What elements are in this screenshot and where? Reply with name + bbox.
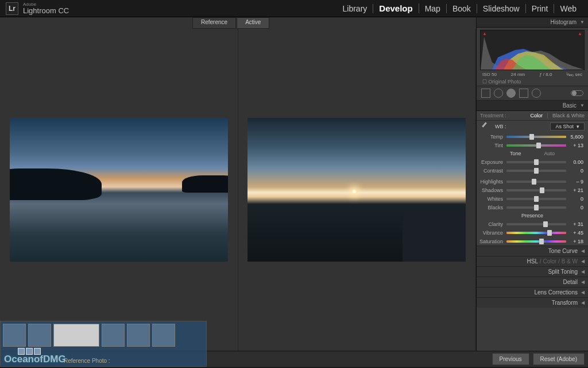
saturation-label: Saturation	[479, 239, 506, 244]
histogram-header[interactable]: Histogram▼	[477, 17, 588, 28]
watermark: OceanofDMG	[4, 354, 66, 365]
module-slideshow[interactable]: Slideshow	[477, 4, 526, 13]
tint-value[interactable]: + 13	[566, 143, 583, 148]
reference-photo-label: Reference Photo :	[64, 358, 110, 364]
module-book[interactable]: Book	[447, 4, 477, 13]
saturation-slider[interactable]	[506, 240, 566, 243]
filmstrip-overlay: Reference Photo : OceanofDMG	[0, 321, 207, 367]
whites-value[interactable]: 0	[566, 196, 583, 202]
clarity-value[interactable]: + 31	[566, 221, 583, 227]
treatment-bw[interactable]: Black & White	[547, 113, 585, 118]
highlights-label: Highlights	[479, 179, 506, 185]
previous-button[interactable]: Previous	[492, 353, 529, 365]
original-photo-toggle[interactable]: Original Photo	[477, 78, 588, 86]
module-print[interactable]: Print	[526, 4, 555, 13]
exposure-label: Exposure	[479, 159, 506, 165]
gradient-tool-icon[interactable]	[519, 89, 528, 98]
saturation-value[interactable]: + 18	[566, 239, 583, 244]
temp-label: Temp	[479, 134, 506, 140]
chevron-left-icon: ◀	[581, 248, 585, 254]
blacks-label: Blacks	[479, 205, 506, 210]
temp-value[interactable]: 5,600	[566, 134, 583, 140]
bottom-bar: Reference Photo : OceanofDMG Previous Re…	[0, 351, 588, 367]
temp-slider[interactable]	[506, 136, 566, 138]
presence-label: Presence	[521, 213, 543, 218]
tone-curve-header[interactable]: Tone Curve◀	[477, 246, 588, 256]
reference-view[interactable]	[0, 29, 238, 351]
hsl-header[interactable]: HSL / Color / B & W◀	[477, 256, 588, 266]
vibrance-slider[interactable]	[506, 232, 566, 234]
center-viewer: Reference Active	[0, 17, 476, 351]
filmstrip-thumb[interactable]	[53, 324, 99, 347]
right-panel: Histogram▼ ISO 50 24 mm ƒ / 8.0 ¹⁄₁₂₅ se…	[476, 17, 588, 351]
contrast-slider[interactable]	[506, 170, 566, 172]
chevron-left-icon: ◀	[581, 259, 585, 264]
treatment-color[interactable]: Color	[530, 113, 543, 118]
shadows-label: Shadows	[479, 187, 506, 193]
filmstrip-thumb[interactable]	[127, 324, 150, 347]
chevron-left-icon: ◀	[581, 269, 585, 274]
contrast-value[interactable]: 0	[566, 168, 583, 174]
module-library[interactable]: Library	[337, 4, 374, 13]
white-balance-picker-icon[interactable]	[480, 122, 490, 131]
contrast-label: Contrast	[479, 168, 506, 174]
exif-row: ISO 50 24 mm ƒ / 8.0 ¹⁄₁₂₅ sec	[477, 71, 588, 78]
whites-slider[interactable]	[506, 198, 566, 200]
reset-button[interactable]: Reset (Adobe)	[533, 353, 585, 365]
reference-image	[10, 118, 228, 262]
filmstrip-thumb[interactable]	[102, 324, 125, 347]
tint-slider[interactable]	[506, 144, 566, 147]
filmstrip-thumb[interactable]	[152, 324, 175, 347]
filmstrip-thumb[interactable]	[28, 324, 51, 347]
active-image	[247, 118, 466, 262]
exposure-value[interactable]: 0.00	[566, 159, 583, 165]
tone-label: Tone	[510, 151, 521, 156]
active-view[interactable]	[238, 29, 477, 351]
top-bar: Lr Adobe Lightroom CC Library Develop Ma…	[0, 0, 588, 17]
chevron-left-icon: ◀	[581, 290, 585, 295]
lens-corrections-header[interactable]: Lens Corrections◀	[477, 287, 588, 297]
wb-select[interactable]: As Shot ▾	[550, 122, 585, 131]
filmstrip-thumb[interactable]	[3, 324, 26, 347]
shadows-slider[interactable]	[506, 189, 566, 191]
clarity-slider[interactable]	[506, 223, 566, 225]
spot-tool-icon[interactable]	[494, 89, 503, 98]
basic-header[interactable]: Basic▼	[477, 101, 588, 111]
chevron-down-icon: ▼	[580, 20, 585, 25]
exif-shutter: ¹⁄₁₂₅ sec	[566, 72, 582, 77]
module-develop[interactable]: Develop	[373, 3, 419, 13]
tint-label: Tint	[479, 143, 506, 148]
detail-header[interactable]: Detail◀	[477, 277, 588, 287]
blacks-slider[interactable]	[506, 206, 566, 209]
crop-tool-icon[interactable]	[481, 89, 490, 98]
chevron-left-icon: ◀	[581, 279, 585, 285]
redeye-tool-icon[interactable]	[506, 89, 516, 98]
shadows-value[interactable]: + 21	[566, 187, 583, 193]
treatment-label: Treatment :	[480, 113, 506, 118]
highlights-value[interactable]: – 9	[566, 179, 583, 185]
transform-header[interactable]: Transform◀	[477, 297, 588, 308]
wb-label: WB :	[495, 124, 506, 129]
module-picker: Library Develop Map Book Slideshow Print…	[337, 3, 582, 13]
highlights-slider[interactable]	[506, 181, 566, 183]
clarity-label: Clarity	[479, 221, 506, 227]
panel-switch[interactable]	[571, 90, 583, 96]
module-web[interactable]: Web	[554, 4, 582, 13]
exif-aperture: ƒ / 8.0	[539, 72, 552, 77]
basic-panel: Treatment : Color Black & White WB : As …	[477, 111, 588, 246]
blacks-value[interactable]: 0	[566, 205, 583, 210]
tab-reference[interactable]: Reference	[192, 17, 236, 29]
vibrance-value[interactable]: + 45	[566, 230, 583, 236]
vibrance-label: Vibrance	[479, 230, 506, 236]
brand-name: Lightroom CC	[23, 7, 69, 14]
split-toning-header[interactable]: Split Toning◀	[477, 266, 588, 277]
exposure-slider[interactable]	[506, 161, 566, 163]
radial-tool-icon[interactable]	[532, 89, 541, 98]
tool-strip	[477, 86, 588, 101]
histogram[interactable]	[480, 30, 585, 70]
brand: Adobe Lightroom CC	[23, 2, 69, 14]
module-map[interactable]: Map	[419, 4, 447, 13]
auto-button[interactable]: Auto	[544, 151, 555, 156]
exif-focal: 24 mm	[511, 72, 525, 77]
tab-active[interactable]: Active	[237, 17, 269, 29]
